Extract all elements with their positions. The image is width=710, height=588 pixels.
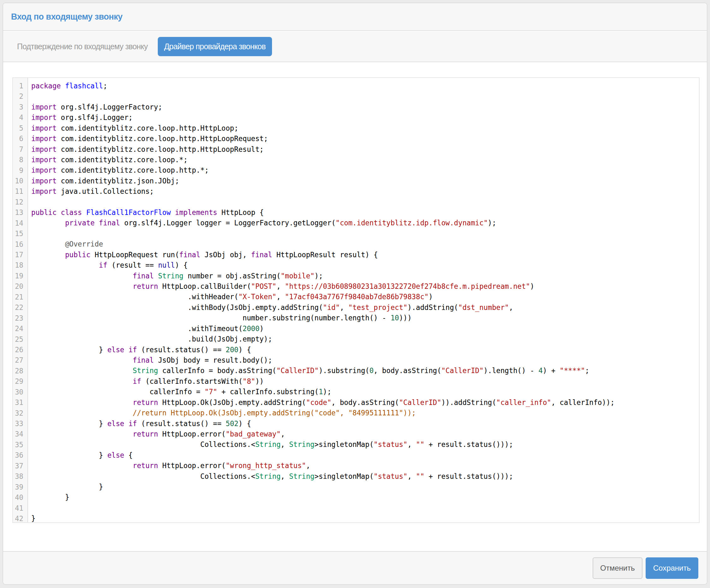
code-line: return HttpLoop.callBuilder("POST", "htt… bbox=[31, 281, 699, 291]
code-line: import com.identityblitz.core.loop.http.… bbox=[31, 165, 699, 175]
line-number-gutter: 1234567891011121314151617181920212223242… bbox=[13, 78, 28, 522]
code-line: public HttpLoopRequest run(final JsObj o… bbox=[31, 250, 699, 260]
line-number: 30 bbox=[13, 387, 27, 397]
line-number: 17 bbox=[13, 250, 27, 260]
line-number: 35 bbox=[13, 440, 27, 450]
code-line: import org.slf4j.Logger; bbox=[31, 112, 699, 123]
code-line: .withHeader("X-Token", "17acf043a7767f98… bbox=[31, 291, 699, 302]
line-number: 6 bbox=[13, 134, 27, 144]
code-line: import java.util.Collections; bbox=[31, 186, 699, 197]
line-number: 13 bbox=[13, 207, 27, 218]
code-line: Collections.<String, String>singletonMap… bbox=[31, 439, 699, 450]
line-number: 12 bbox=[13, 197, 27, 207]
line-number: 22 bbox=[13, 302, 27, 313]
line-number: 23 bbox=[13, 313, 27, 324]
line-number: 27 bbox=[13, 355, 27, 366]
line-number: 31 bbox=[13, 397, 27, 408]
code-line: String callerInfo = body.asString("Calle… bbox=[31, 366, 699, 376]
line-number: 37 bbox=[13, 461, 27, 471]
line-number: 15 bbox=[13, 229, 27, 239]
line-number: 40 bbox=[13, 492, 27, 503]
line-number: 5 bbox=[13, 123, 27, 134]
tab-bar: Подтверждение по входящему звонку Драйве… bbox=[3, 31, 707, 62]
line-number: 4 bbox=[13, 112, 27, 123]
line-number: 21 bbox=[13, 292, 27, 302]
code-line: number.substring(number.length() - 10))) bbox=[31, 313, 699, 323]
line-number: 7 bbox=[13, 144, 27, 155]
code-line: Collections.<String, String>singletonMap… bbox=[31, 471, 699, 481]
page-title: Вход по входящему звонку bbox=[11, 12, 122, 22]
code-line: import com.identityblitz.json.JObj; bbox=[31, 176, 699, 186]
code-line: return HttpLoop.error("bad_gateway", bbox=[31, 429, 699, 439]
code-line bbox=[31, 503, 699, 513]
line-number: 41 bbox=[13, 503, 27, 514]
save-button[interactable]: Сохранить bbox=[646, 557, 698, 579]
code-line: return HttpLoop.Ok(JsObj.empty.addString… bbox=[31, 397, 699, 408]
code-line: import com.identityblitz.core.loop.http.… bbox=[31, 134, 699, 144]
code-line: @Override bbox=[31, 239, 699, 249]
line-number: 32 bbox=[13, 408, 27, 419]
line-number: 10 bbox=[13, 176, 27, 186]
code-line: public class FlashCall1FactorFlow implem… bbox=[31, 207, 699, 218]
line-number: 29 bbox=[13, 376, 27, 386]
line-number: 28 bbox=[13, 366, 27, 376]
code-line: } bbox=[31, 492, 699, 502]
code-line: } else if (result.status() == 200) { bbox=[31, 345, 699, 355]
code-line: if (result == null) { bbox=[31, 260, 699, 271]
code-line: final String number = obj.asString("mobi… bbox=[31, 271, 699, 281]
code-editor[interactable]: 1234567891011121314151617181920212223242… bbox=[12, 77, 700, 523]
line-number: 33 bbox=[13, 419, 27, 429]
footer-bar: Отменить Сохранить bbox=[3, 551, 707, 584]
line-number: 9 bbox=[13, 165, 27, 176]
code-line: import com.identityblitz.core.loop.http.… bbox=[31, 144, 699, 155]
line-number: 19 bbox=[13, 271, 27, 281]
code-line: import org.slf4j.LoggerFactory; bbox=[31, 102, 699, 112]
line-number: 11 bbox=[13, 186, 27, 197]
line-number: 16 bbox=[13, 239, 27, 250]
line-number: 1 bbox=[13, 81, 27, 91]
code-line: if (callerInfo.startsWith("8")) bbox=[31, 376, 699, 386]
code-line: import com.identityblitz.core.loop.*; bbox=[31, 155, 699, 165]
code-line: } else { bbox=[31, 450, 699, 461]
code-line: //return HttpLoop.Ok(JsObj.empty.addStri… bbox=[31, 408, 699, 418]
line-number: 3 bbox=[13, 102, 27, 112]
code-line: } bbox=[31, 481, 699, 492]
code-line: .withTimeout(2000) bbox=[31, 324, 699, 334]
panel: Вход по входящему звонку Подтверждение п… bbox=[2, 2, 708, 585]
code-line: .build(JsObj.empty); bbox=[31, 334, 699, 344]
code-line: } else if (result.status() == 502) { bbox=[31, 419, 699, 429]
line-number: 25 bbox=[13, 334, 27, 345]
line-number: 2 bbox=[13, 91, 27, 102]
code-area[interactable]: package flashcall;import org.slf4j.Logge… bbox=[28, 78, 699, 522]
code-line bbox=[31, 229, 699, 239]
code-line: package flashcall; bbox=[31, 81, 699, 91]
line-number: 18 bbox=[13, 260, 27, 271]
line-number: 39 bbox=[13, 482, 27, 492]
code-line: import com.identityblitz.core.loop.http.… bbox=[31, 123, 699, 134]
code-line bbox=[31, 91, 699, 102]
line-number: 34 bbox=[13, 429, 27, 439]
line-number: 42 bbox=[13, 514, 27, 524]
code-line: } bbox=[31, 513, 699, 522]
code-line: private final org.slf4j.Logger logger = … bbox=[31, 218, 699, 228]
line-number: 36 bbox=[13, 450, 27, 461]
line-number: 14 bbox=[13, 218, 27, 229]
code-line bbox=[31, 197, 699, 207]
tab-confirmation-by-incoming-call[interactable]: Подтверждение по входящему звонку bbox=[17, 42, 148, 51]
code-line: callerInfo = "7" + callerInfo.substring(… bbox=[31, 386, 699, 397]
code-line: final JsObj body = result.body(); bbox=[31, 355, 699, 366]
line-number: 26 bbox=[13, 345, 27, 355]
line-number: 38 bbox=[13, 471, 27, 481]
line-number: 8 bbox=[13, 155, 27, 165]
line-number: 24 bbox=[13, 324, 27, 334]
panel-heading: Вход по входящему звонку bbox=[3, 3, 707, 31]
cancel-button[interactable]: Отменить bbox=[593, 557, 642, 579]
tab-call-provider-driver[interactable]: Драйвер провайдера звонков bbox=[158, 37, 272, 56]
code-line: .withBody(JsObj.empty.addString("id", "t… bbox=[31, 302, 699, 313]
code-line: return HttpLoop.error("wrong_http_status… bbox=[31, 461, 699, 471]
line-number: 20 bbox=[13, 281, 27, 291]
